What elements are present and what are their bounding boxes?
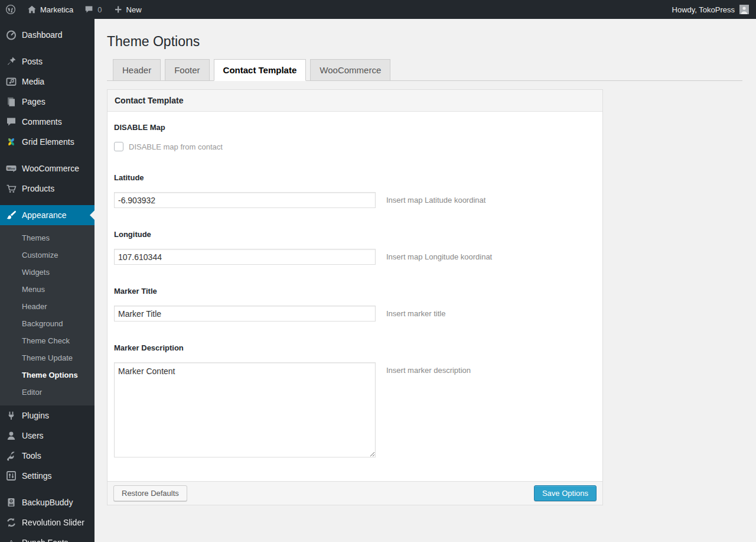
pages-icon <box>5 96 17 108</box>
tab-bar: Header Footer Contact Template WooCommer… <box>107 59 742 81</box>
comments-icon <box>5 116 17 128</box>
cart-icon <box>5 183 17 194</box>
tab-header[interactable]: Header <box>113 59 161 81</box>
contact-template-panel: Contact Template DISABLE Map DISABLE map… <box>107 89 603 505</box>
settings-icon <box>5 470 17 482</box>
backup-icon <box>5 496 17 508</box>
marker-description-row: Marker Description Marker Content Insert… <box>114 343 595 457</box>
sidebar-item-users[interactable]: Users <box>0 426 94 446</box>
sidebar-item-woocommerce[interactable]: Woo WooCommerce <box>0 158 94 178</box>
sidebar-item-tools[interactable]: Tools <box>0 446 94 466</box>
sidebar-item-plugins[interactable]: Plugins <box>0 405 94 426</box>
latitude-row: Latitude Insert map Latitude koordinat <box>114 173 595 208</box>
disable-map-label: DISABLE Map <box>114 123 595 132</box>
disable-map-checkbox[interactable] <box>114 142 123 151</box>
tab-contact-template[interactable]: Contact Template <box>214 59 307 81</box>
comment-bubble-icon <box>84 4 94 15</box>
pushpin-icon <box>5 56 17 67</box>
active-menu-arrow <box>90 210 94 220</box>
page-title: Theme Options <box>107 33 742 50</box>
sidebar-item-posts[interactable]: Posts <box>0 51 94 72</box>
marker-description-label: Marker Description <box>114 343 595 352</box>
sidebar-item-dashboard[interactable]: Dashboard <box>0 25 94 45</box>
submenu-item-editor[interactable]: Editor <box>0 384 94 401</box>
new-label: New <box>126 5 142 14</box>
tab-woocommerce[interactable]: WooCommerce <box>310 59 390 81</box>
user-icon <box>5 430 17 442</box>
sidebar-item-backupbuddy[interactable]: BackupBuddy <box>0 492 94 512</box>
submenu-item-menus[interactable]: Menus <box>0 281 94 298</box>
main-content: Theme Options Header Footer Contact Temp… <box>94 0 756 542</box>
sidebar-item-revolution-slider[interactable]: Revolution Slider <box>0 512 94 533</box>
latitude-hint: Insert map Latitude koordinat <box>386 192 485 205</box>
svg-text:A: A <box>9 538 14 542</box>
sidebar-item-pages[interactable]: Pages <box>0 92 94 112</box>
latitude-input[interactable] <box>114 192 376 208</box>
letter-a-icon: A <box>5 537 17 542</box>
plus-icon <box>113 4 123 15</box>
marker-description-textarea[interactable]: Marker Content <box>114 362 376 457</box>
marker-title-row: Marker Title Insert marker title <box>114 287 595 322</box>
longitude-label: Longitude <box>114 230 595 239</box>
site-name-link[interactable]: Marketica <box>21 0 79 19</box>
sidebar-item-grid-elements[interactable]: Grid Elements <box>0 132 94 152</box>
avatar[interactable] <box>739 5 749 14</box>
sidebar-item-settings[interactable]: Settings <box>0 466 94 486</box>
save-options-button[interactable]: Save Options <box>534 485 597 501</box>
submenu-item-customize[interactable]: Customize <box>0 246 94 264</box>
restore-defaults-button[interactable]: Restore Defaults <box>113 485 187 501</box>
submenu-item-theme-options[interactable]: Theme Options <box>0 366 94 384</box>
grid-elements-icon <box>5 136 17 148</box>
marker-title-hint: Insert marker title <box>386 306 445 318</box>
panel-title: Contact Template <box>107 90 602 112</box>
disable-map-checkbox-label: DISABLE map from contact <box>129 142 223 151</box>
comments-count: 0 <box>97 5 102 14</box>
howdy-account-link[interactable]: Howdy, TokoPress <box>672 5 735 14</box>
media-icon <box>5 76 17 87</box>
latitude-label: Latitude <box>114 173 595 182</box>
home-icon <box>27 4 37 15</box>
appearance-submenu: Themes Customize Widgets Menus Header Ba… <box>0 225 94 405</box>
wordpress-logo-menu[interactable] <box>0 0 21 19</box>
longitude-row: Longitude Insert map Longitude koordinat <box>114 230 595 265</box>
submenu-item-themes[interactable]: Themes <box>0 229 94 246</box>
paintbrush-icon <box>5 209 17 221</box>
submenu-item-header[interactable]: Header <box>0 298 94 315</box>
panel-footer: Restore Defaults Save Options <box>107 481 602 505</box>
submenu-item-background[interactable]: Background <box>0 315 94 332</box>
sidebar-item-appearance[interactable]: Appearance <box>0 205 94 225</box>
dashboard-icon <box>5 29 17 41</box>
marker-title-label: Marker Title <box>114 287 595 296</box>
refresh-icon <box>5 517 17 528</box>
disable-map-row: DISABLE Map DISABLE map from contact <box>114 123 595 151</box>
submenu-item-widgets[interactable]: Widgets <box>0 264 94 281</box>
comments-shortcut[interactable]: 0 <box>79 0 107 19</box>
submenu-item-theme-update[interactable]: Theme Update <box>0 349 94 366</box>
tab-footer[interactable]: Footer <box>165 59 209 81</box>
admin-bar: Marketica 0 New Howdy, TokoPress <box>0 0 756 19</box>
svg-text:Woo: Woo <box>8 167 15 170</box>
submenu-item-theme-check[interactable]: Theme Check <box>0 332 94 349</box>
woocommerce-icon: Woo <box>5 163 17 174</box>
wrench-icon <box>5 450 17 462</box>
longitude-input[interactable] <box>114 249 376 265</box>
sidebar-item-punch-fonts[interactable]: A Punch Fonts <box>0 533 94 542</box>
longitude-hint: Insert map Longitude koordinat <box>386 249 492 261</box>
new-content-menu[interactable]: New <box>107 0 147 19</box>
plugin-icon <box>5 410 17 421</box>
wordpress-logo-icon <box>5 4 16 15</box>
sidebar-item-products[interactable]: Products <box>0 178 94 199</box>
site-name: Marketica <box>40 5 73 14</box>
admin-menu: Dashboard Posts Media Pages Comments Gri… <box>0 19 94 542</box>
sidebar-item-comments[interactable]: Comments <box>0 112 94 132</box>
marker-description-hint: Insert marker description <box>386 362 471 375</box>
sidebar-item-media[interactable]: Media <box>0 72 94 92</box>
marker-title-input[interactable] <box>114 306 376 322</box>
